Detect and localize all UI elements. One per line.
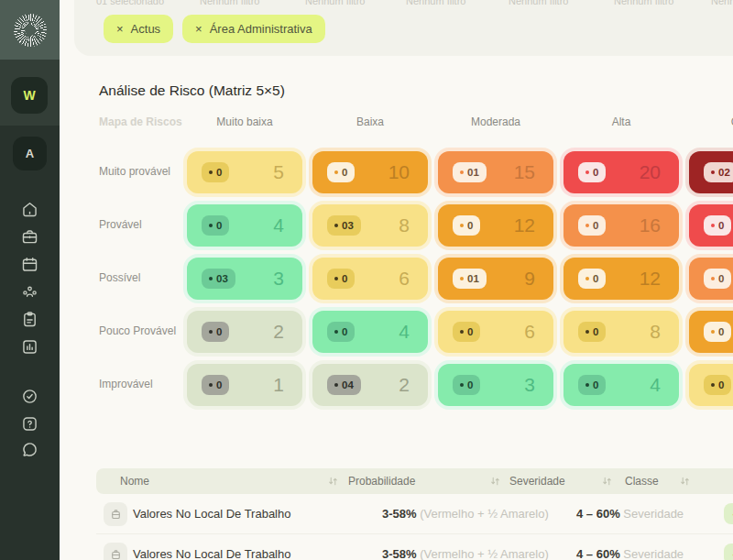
risk-count-badge: 0 <box>202 215 229 236</box>
dot-icon <box>711 330 715 334</box>
risk-count-badge: 0 <box>453 375 480 395</box>
matrix-cell[interactable]: 033 <box>187 258 302 300</box>
risk-count-badge: 0 <box>704 322 731 342</box>
sort-icon[interactable] <box>490 476 500 487</box>
help-icon[interactable] <box>20 414 39 434</box>
risk-count-badge: 0 <box>327 162 355 182</box>
filter-empty-label[interactable]: Nenhum filtro <box>509 0 568 6</box>
dot-icon <box>585 383 589 387</box>
classe-badge[interactable]: – <box>724 544 733 560</box>
risk-count-badge: 0 <box>704 375 731 395</box>
matrix-cell[interactable]: 012 <box>438 204 553 247</box>
cell-score: 6 <box>524 321 535 343</box>
matrix-cell[interactable]: 02 <box>187 311 302 353</box>
matrix-cell[interactable]: 01 <box>187 364 302 406</box>
workspace-avatar[interactable]: W <box>11 77 48 114</box>
matrix-cell[interactable]: 038 <box>312 204 428 247</box>
matrix-cell[interactable]: 08 <box>563 311 679 353</box>
filter-empty-label[interactable]: Nenhum filtro <box>200 0 259 6</box>
table-header: Nome Probabilidade Severidade Classe <box>96 468 733 494</box>
matrix-col-header: Muito baixa <box>216 115 272 128</box>
matrix-row-label: Pouco Provável <box>99 324 176 337</box>
risk-name: Valores No Local De Trabalho <box>133 507 290 521</box>
dot-icon <box>460 224 464 227</box>
clipboard-icon[interactable] <box>20 310 39 329</box>
matrix-cell[interactable]: 0115 <box>438 151 553 193</box>
cell-score: 15 <box>514 161 535 183</box>
dot-icon <box>460 383 464 387</box>
sunburst-logo-icon <box>14 14 47 47</box>
sort-icon[interactable] <box>328 476 338 487</box>
badge-check-icon[interactable] <box>20 387 39 406</box>
filter-chip-area-administrativa[interactable]: × Área Administrativa <box>182 15 325 43</box>
cell-score: 1 <box>273 374 284 396</box>
risk-count-badge: 0 <box>327 269 355 289</box>
matrix-row-label: Improvável <box>99 378 153 390</box>
matrix-cell[interactable]: 03 <box>438 364 553 406</box>
chip-close-icon[interactable]: × <box>195 22 202 36</box>
dot-icon <box>711 383 715 387</box>
column-header-nome: Nome <box>120 475 149 488</box>
matrix-cell[interactable]: 06 <box>438 311 553 353</box>
matrix-row: Pouco Provável 02 04 06 08 0 <box>60 311 733 353</box>
risk-count-badge: 01 <box>453 162 487 182</box>
column-header-probabilidade: Probabilidade <box>348 475 415 488</box>
matrix-cell[interactable]: 012 <box>563 258 679 300</box>
matrix-cell[interactable]: 042 <box>312 364 428 406</box>
filter-chip-actus[interactable]: × Actus <box>104 15 173 43</box>
dot-icon <box>334 330 338 334</box>
matrix-cell[interactable]: 05 <box>187 151 302 193</box>
matrix-cell[interactable]: 0 <box>689 311 733 353</box>
briefcase-icon[interactable] <box>20 227 39 247</box>
filter-chips: × Actus × Área Administrativa <box>104 15 325 43</box>
home-icon[interactable] <box>20 200 39 219</box>
matrix-row: Possível 033 06 019 012 0 <box>60 258 733 300</box>
matrix-cell[interactable]: 04 <box>312 311 428 353</box>
matrix-cell[interactable]: 019 <box>438 258 553 300</box>
filter-empty-label[interactable]: Nenhum filtro <box>614 0 673 6</box>
risk-item-icon <box>104 543 127 560</box>
matrix-cell[interactable]: 020 <box>563 151 679 193</box>
workspace-block: W <box>0 60 60 126</box>
dot-icon <box>585 170 589 174</box>
matrix-cell[interactable]: 0 <box>689 364 733 406</box>
filter-selected-label[interactable]: 01 selecionado <box>96 0 164 6</box>
filter-empty-label[interactable]: Nenhum filtro <box>305 0 365 6</box>
chip-close-icon[interactable]: × <box>116 22 124 36</box>
table-row[interactable]: Valores No Local De Trabalho 3-58% (Verm… <box>96 494 733 534</box>
app-logo[interactable] <box>0 0 60 60</box>
filter-empty-label[interactable]: Nenhum filtro <box>406 0 465 6</box>
matrix-cell[interactable]: 016 <box>563 204 679 247</box>
matrix-cell[interactable]: 0 <box>689 204 733 247</box>
bar-chart-icon[interactable] <box>20 337 39 357</box>
matrix-cell[interactable]: 04 <box>563 364 679 406</box>
risk-count-badge: 0 <box>202 162 229 182</box>
cell-score: 12 <box>640 268 661 290</box>
matrix-cell[interactable]: 0 <box>689 258 733 300</box>
risk-count-badge: 02 <box>704 162 733 182</box>
matrix-cell[interactable]: 04 <box>187 204 302 247</box>
sort-icon[interactable] <box>680 476 690 487</box>
sort-icon[interactable] <box>602 476 612 487</box>
cell-score: 4 <box>650 374 661 396</box>
classe-badge[interactable]: – <box>724 503 733 524</box>
dot-icon <box>209 330 213 334</box>
cell-score: 8 <box>650 321 661 343</box>
dot-icon <box>334 224 338 227</box>
matrix-cell[interactable]: 02 <box>689 151 733 193</box>
chat-icon[interactable] <box>20 440 39 459</box>
risk-count-badge: 0 <box>704 269 731 289</box>
account-avatar[interactable]: A <box>13 137 47 170</box>
dot-icon <box>209 383 213 387</box>
users-icon[interactable] <box>20 282 39 302</box>
matrix-cell[interactable]: 010 <box>312 151 428 193</box>
risk-probability: 3-58% (Vermelho + ½ Amarelo) <box>382 507 549 521</box>
risk-count-badge: 03 <box>327 215 361 236</box>
cell-score: 3 <box>524 374 535 396</box>
filter-empty-label[interactable]: Nenhum filtro <box>711 0 733 6</box>
table-row[interactable]: Valores No Local De Trabalho 3-58% (Verm… <box>96 534 733 560</box>
cell-score: 6 <box>399 268 410 290</box>
matrix-cell[interactable]: 06 <box>312 258 428 300</box>
filter-panel: 01 selecionado Nenhum filtro Nenhum filt… <box>74 0 733 56</box>
calendar-icon[interactable] <box>20 255 39 274</box>
